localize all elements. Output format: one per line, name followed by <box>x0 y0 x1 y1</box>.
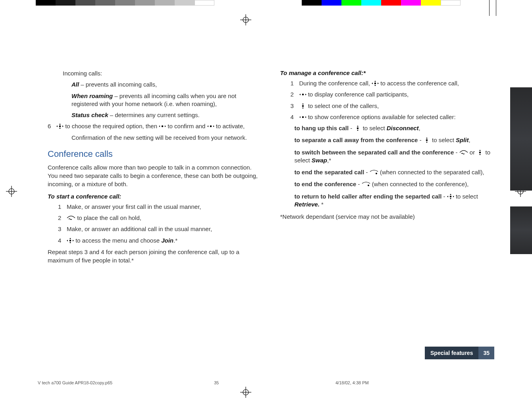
svg-marker-46 <box>426 137 428 139</box>
svg-point-28 <box>374 83 376 85</box>
nav-key-icon <box>207 123 214 129</box>
repeat-note: Repeat steps 3 and 4 for each person joi… <box>48 248 258 264</box>
crop-mark <box>496 0 496 16</box>
svg-marker-37 <box>302 103 304 104</box>
svg-point-42 <box>357 127 359 129</box>
option-label: When roaming <box>71 93 113 99</box>
svg-marker-25 <box>69 242 71 243</box>
right-column: To manage a conference call:* 1 During t… <box>269 32 495 389</box>
page-footer-badge: Special features 35 <box>425 347 494 359</box>
svg-marker-35 <box>305 94 306 95</box>
option-label: to return to held caller after ending th… <box>295 193 442 200</box>
list-item: 3 Make, or answer an additional call in … <box>58 225 258 233</box>
list-item: 4 to access the menu and choose Join.* <box>58 237 258 245</box>
svg-marker-47 <box>426 142 428 143</box>
list-item: 2 to place the call on hold, <box>58 214 258 222</box>
menu-item-swap: Swap <box>312 157 327 164</box>
svg-point-45 <box>426 139 428 141</box>
menu-item-retrieve: Retrieve. <box>295 201 320 208</box>
svg-point-39 <box>302 116 304 118</box>
svg-point-51 <box>376 173 377 174</box>
text: to select one of the callers, <box>308 102 379 109</box>
option-separate: to separate a call away from the confere… <box>295 136 491 144</box>
option-text: – determines any current settings. <box>108 112 200 118</box>
svg-marker-44 <box>357 130 359 131</box>
svg-point-12 <box>59 125 61 127</box>
prepress-meta: V tech a700 Guide APR18-02copy.p65 35 4/… <box>38 380 494 385</box>
nav-key-icon <box>354 125 361 131</box>
svg-marker-18 <box>159 125 160 127</box>
send-key-icon <box>459 150 468 155</box>
step-text: to place the call on hold, <box>77 214 141 221</box>
svg-marker-49 <box>479 150 481 151</box>
option-roaming: When roaming – prevents all incoming cal… <box>71 92 258 108</box>
text: to show conference options available for… <box>308 114 456 120</box>
network-note: *Network dependant (service may not be a… <box>280 212 491 221</box>
incoming-heading: Incoming calls: <box>63 69 258 77</box>
svg-marker-27 <box>73 240 74 241</box>
option-end-separated: to end the separated call - (when connec… <box>295 168 491 176</box>
text: to choose the required option, then <box>65 123 159 129</box>
svg-marker-55 <box>450 198 451 199</box>
svg-point-48 <box>479 151 481 153</box>
svg-marker-24 <box>69 238 71 239</box>
svg-point-33 <box>302 94 304 96</box>
step-text: Make, or answer an additional call in th… <box>67 225 258 233</box>
option-hang-up: to hang up this call - to select Disconn… <box>295 124 491 132</box>
section-heading-conference: Conference calls <box>48 149 258 159</box>
svg-marker-21 <box>207 125 208 127</box>
svg-marker-54 <box>450 194 451 195</box>
section-name: Special features <box>425 347 478 359</box>
registration-mark-icon <box>240 14 251 25</box>
end-key-icon <box>370 170 378 175</box>
option-label: to end the conference <box>295 181 357 187</box>
step-number: 2 <box>58 214 67 222</box>
nav-key-icon <box>299 92 306 97</box>
svg-marker-31 <box>372 83 373 84</box>
option-label: to switch between the separated call and… <box>295 149 454 156</box>
page-body: Incoming calls: All – prevents all incom… <box>0 32 532 389</box>
svg-point-20 <box>210 125 212 127</box>
step-number: 6 <box>48 122 56 130</box>
nav-key-icon <box>299 114 306 120</box>
svg-marker-41 <box>305 116 306 118</box>
option-swap: to switch between the separated call and… <box>295 148 491 165</box>
list-item: 4 to show conference options available f… <box>291 113 491 121</box>
svg-marker-15 <box>56 125 58 127</box>
option-label: to separate a call away from the confere… <box>295 137 418 143</box>
intro-paragraph: Conference calls allow more than two peo… <box>48 163 258 188</box>
color-bars <box>302 0 461 6</box>
subheading-start: To start a conference call: <box>48 193 258 200</box>
text: During the conference call, <box>299 80 372 87</box>
nav-key-icon <box>56 123 64 129</box>
option-end-conference: to end the conference - (when connected … <box>295 180 491 188</box>
svg-point-23 <box>69 239 71 241</box>
nav-key-icon <box>299 103 306 109</box>
svg-marker-38 <box>302 108 304 109</box>
send-key-icon <box>67 215 75 221</box>
confirmation-note: Confirmation of the new setting will be … <box>71 134 258 142</box>
text: to access the conference call, <box>380 80 459 87</box>
svg-marker-13 <box>59 123 61 125</box>
step-number: 3 <box>58 225 67 233</box>
step-number: 2 <box>291 91 299 98</box>
text: to access the menu and choose <box>75 237 161 244</box>
text: to display conference call participants, <box>308 91 409 98</box>
menu-item-disconnect: Disconnect <box>387 125 419 131</box>
subheading-manage: To manage a conference call:* <box>280 69 491 76</box>
source-file: V tech a700 Guide APR18-02copy.p65 <box>38 380 197 385</box>
menu-item-split: Split <box>456 137 469 143</box>
svg-point-53 <box>449 195 451 197</box>
svg-marker-30 <box>374 85 376 86</box>
nav-key-icon <box>67 238 74 243</box>
option-status-check: Status check – determines any current se… <box>71 111 258 119</box>
svg-point-36 <box>302 105 304 107</box>
nav-key-icon <box>447 194 454 199</box>
list-item: 6 to choose the required option, then to… <box>48 122 258 130</box>
svg-marker-50 <box>479 154 481 155</box>
step-number: 4 <box>58 237 67 245</box>
text: to activate, <box>216 123 245 129</box>
step-number: 3 <box>291 102 299 110</box>
menu-item-join: Join <box>161 237 173 244</box>
option-label: All <box>71 81 79 88</box>
